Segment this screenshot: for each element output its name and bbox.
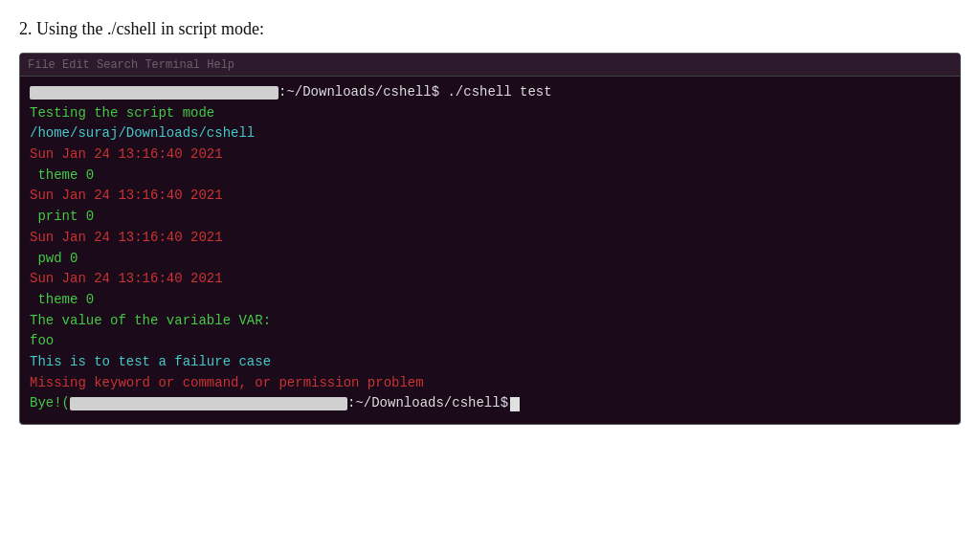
terminal-line-8: pwd 0 xyxy=(30,249,950,270)
section-heading: 2. Using the ./cshell in script mode: xyxy=(19,19,961,39)
prompt-text-bottom: :~/Downloads/cshell$ xyxy=(347,393,508,414)
redacted-username-top xyxy=(30,86,278,100)
prompt-text-top: :~/Downloads/cshell$ ./cshell test xyxy=(278,82,552,103)
terminal-line-prompt-top: :~/Downloads/cshell$ ./cshell test xyxy=(30,82,950,103)
terminal-line-7: Sun Jan 24 13:16:40 2021 xyxy=(30,228,950,249)
terminal-line-6: print 0 xyxy=(30,207,950,228)
terminal-titlebar: File Edit Search Terminal Help xyxy=(20,54,960,77)
terminal-line-5: Sun Jan 24 13:16:40 2021 xyxy=(30,186,950,207)
terminal-line-11: The value of the variable VAR: xyxy=(30,311,950,332)
terminal-window: File Edit Search Terminal Help :~/Downlo… xyxy=(19,53,961,425)
terminal-line-13: This is to test a failure case xyxy=(30,352,950,373)
terminal-line-14: Missing keyword or command, or permissio… xyxy=(30,373,950,394)
terminal-line-1: Testing the script mode xyxy=(30,103,950,124)
terminal-body: :~/Downloads/cshell$ ./cshell test Testi… xyxy=(20,77,960,424)
terminal-line-2: /home/suraj/Downloads/cshell xyxy=(30,123,950,144)
bye-label: Bye!( xyxy=(30,393,70,414)
redacted-username-bottom xyxy=(70,397,347,410)
terminal-line-4: theme 0 xyxy=(30,166,950,187)
terminal-line-12: foo xyxy=(30,331,950,352)
terminal-line-prompt-bottom: Bye!( :~/Downloads/cshell$ xyxy=(30,393,950,414)
terminal-line-10: theme 0 xyxy=(30,290,950,311)
terminal-line-9: Sun Jan 24 13:16:40 2021 xyxy=(30,269,950,290)
terminal-cursor xyxy=(510,397,520,411)
titlebar-text: File Edit Search Terminal Help xyxy=(28,58,234,72)
terminal-line-3: Sun Jan 24 13:16:40 2021 xyxy=(30,144,950,166)
